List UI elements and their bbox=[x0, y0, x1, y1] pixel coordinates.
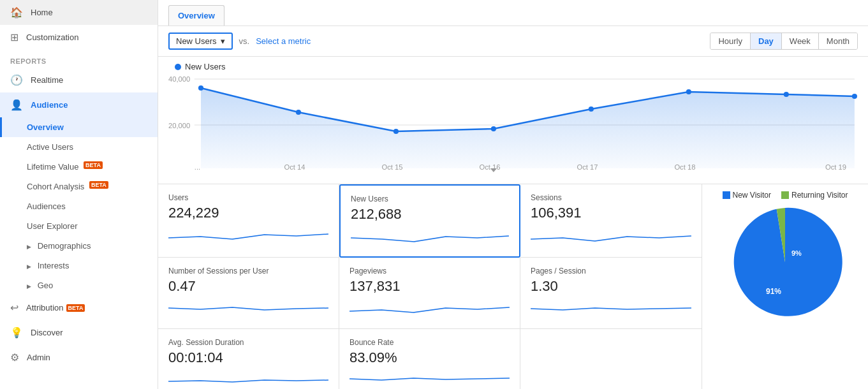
svg-text:...: ... bbox=[195, 163, 200, 171]
sidebar-item-realtime[interactable]: 🕐 Realtime bbox=[0, 68, 158, 92]
select-metric-link[interactable]: Select a metric bbox=[256, 36, 311, 46]
lifetime-value-badge: BETA bbox=[84, 161, 103, 169]
metric-card-pageviews[interactable]: Pageviews 137,831 bbox=[339, 258, 520, 329]
toolbar: New Users ▾ vs. Select a metric Hourly D… bbox=[158, 26, 868, 57]
sidebar-label-home: Home bbox=[31, 8, 53, 17]
sidebar-item-home[interactable]: 🏠 Home bbox=[0, 0, 158, 25]
new-visitor-label: New Visitor bbox=[733, 191, 771, 200]
metric-value-new-users: 212,688 bbox=[351, 206, 509, 223]
metric-value-pageviews: 137,831 bbox=[349, 278, 510, 295]
vs-label: vs. bbox=[239, 36, 250, 46]
attribution-badge: BETA bbox=[66, 304, 85, 312]
sidebar-sub-label-audiences: Audiences bbox=[27, 202, 66, 211]
cohort-badge: BETA bbox=[89, 181, 108, 189]
tab-overview[interactable]: Overview bbox=[168, 5, 224, 26]
pie-chart-area: New Visitor Returning Visitor 9% 91% bbox=[702, 184, 868, 389]
mini-chart-pages-per-session bbox=[531, 298, 691, 318]
svg-text:Oct 16: Oct 16 bbox=[479, 163, 500, 171]
sidebar-sub-item-interests[interactable]: Interests bbox=[0, 256, 158, 275]
svg-text:Oct 15: Oct 15 bbox=[381, 163, 402, 171]
svg-text:Oct 18: Oct 18 bbox=[674, 163, 695, 171]
grid-icon: ⊞ bbox=[10, 31, 18, 43]
mini-chart-avg-session-duration bbox=[168, 370, 328, 389]
metric-card-empty bbox=[520, 329, 702, 389]
sidebar-sub-label-lifetime-value: Lifetime Value bbox=[27, 162, 78, 172]
chart-dot-6 bbox=[784, 92, 789, 97]
svg-text:Oct 14: Oct 14 bbox=[284, 163, 305, 171]
reports-section-label: REPORTS bbox=[0, 50, 158, 68]
metric-dropdown-label: New Users bbox=[176, 36, 217, 46]
sidebar-label-audience: Audience bbox=[31, 100, 68, 110]
dropdown-chevron-icon: ▾ bbox=[221, 36, 225, 46]
metric-card-pages-per-session[interactable]: Pages / Session 1.30 bbox=[520, 258, 702, 329]
chart-dot-3 bbox=[491, 126, 496, 131]
sidebar-sub-item-lifetime-value[interactable]: Lifetime Value BETA bbox=[0, 157, 158, 177]
chart-dot-4 bbox=[589, 106, 594, 112]
sidebar-item-customization[interactable]: ⊞ Customization bbox=[0, 25, 158, 50]
pie-new-visitor-segment bbox=[734, 208, 842, 316]
sidebar-item-admin[interactable]: ⚙ Admin bbox=[0, 345, 158, 370]
time-btn-hourly[interactable]: Hourly bbox=[710, 33, 751, 49]
chart-dot-0 bbox=[198, 85, 203, 91]
chart-svg: 40,000 20,000 bbox=[168, 74, 858, 176]
sidebar-sub-label-overview: Overview bbox=[27, 122, 64, 132]
sidebar-item-audience[interactable]: 👤 Audience bbox=[0, 92, 158, 117]
metric-value-users: 224,229 bbox=[168, 205, 328, 221]
sidebar-label-customization: Customization bbox=[26, 33, 78, 42]
metric-value-avg-session-duration: 00:01:04 bbox=[168, 349, 328, 366]
time-btn-month[interactable]: Month bbox=[819, 33, 857, 49]
metric-card-sessions[interactable]: Sessions 106,391 bbox=[520, 184, 702, 258]
svg-text:Oct 19: Oct 19 bbox=[825, 163, 846, 171]
sidebar-item-discover[interactable]: 💡 Discover bbox=[0, 320, 158, 345]
metric-card-avg-session-duration[interactable]: Avg. Session Duration 00:01:04 bbox=[158, 329, 339, 389]
chart-dot-1 bbox=[296, 110, 301, 115]
pie-chart-svg: 9% 91% bbox=[728, 205, 842, 319]
sidebar-sub-item-user-explorer[interactable]: User Explorer bbox=[0, 216, 158, 236]
sidebar-sub-item-overview[interactable]: Overview bbox=[0, 117, 158, 137]
sidebar-sub-item-active-users[interactable]: Active Users bbox=[0, 137, 158, 157]
metric-label-users: Users bbox=[168, 193, 328, 202]
mini-chart-sessions-per-user bbox=[168, 298, 328, 318]
sidebar-sub-label-active-users: Active Users bbox=[27, 142, 73, 152]
chart-dot-2 bbox=[394, 129, 399, 134]
metric-label-bounce-rate: Bounce Rate bbox=[349, 338, 510, 347]
sidebar-sub-item-audiences[interactable]: Audiences bbox=[0, 196, 158, 216]
new-visitor-pct-label: 91% bbox=[766, 287, 781, 296]
chart-area-fill bbox=[201, 88, 855, 168]
svg-text:40,000: 40,000 bbox=[168, 75, 190, 83]
person-icon: 👤 bbox=[10, 99, 23, 111]
sidebar-item-attribution[interactable]: ↩ Attribution BETA bbox=[0, 295, 158, 320]
time-btn-day[interactable]: Day bbox=[751, 33, 782, 49]
mini-chart-sessions bbox=[531, 225, 691, 244]
discover-icon: 💡 bbox=[10, 327, 23, 339]
sidebar-label-discover: Discover bbox=[31, 328, 63, 337]
chart-legend: New Users bbox=[168, 57, 858, 74]
metric-card-users[interactable]: Users 224,229 bbox=[158, 184, 339, 258]
metric-label-avg-session-duration: Avg. Session Duration bbox=[168, 338, 328, 347]
pie-legend-returning-visitor: Returning Visitor bbox=[781, 191, 848, 200]
sidebar-sub-item-demographics[interactable]: Demographics bbox=[0, 236, 158, 256]
chart-dot-5 bbox=[686, 89, 691, 94]
sidebar: 🏠 Home ⊞ Customization REPORTS 🕐 Realtim… bbox=[0, 0, 158, 389]
sidebar-sub-label-cohort-analysis: Cohort Analysis bbox=[27, 182, 84, 191]
metric-card-bounce-rate[interactable]: Bounce Rate 83.09% bbox=[339, 329, 520, 389]
new-users-legend-dot bbox=[175, 64, 181, 70]
home-icon: 🏠 bbox=[10, 6, 23, 18]
metric-card-sessions-per-user[interactable]: Number of Sessions per User 0.47 bbox=[158, 258, 339, 329]
attribution-icon: ↩ bbox=[10, 302, 18, 314]
chart-dot-7 bbox=[852, 94, 857, 99]
metric-label-pages-per-session: Pages / Session bbox=[531, 267, 691, 275]
time-btn-week[interactable]: Week bbox=[782, 33, 819, 49]
metric-card-new-users[interactable]: New Users 212,688 bbox=[339, 184, 520, 258]
tab-bar: Overview bbox=[158, 0, 868, 26]
mini-chart-bounce-rate bbox=[349, 370, 510, 389]
sidebar-sub-item-geo[interactable]: Geo bbox=[0, 275, 158, 295]
metric-label-pageviews: Pageviews bbox=[349, 267, 510, 275]
metric-dropdown[interactable]: New Users ▾ bbox=[168, 33, 233, 50]
metric-label-new-users: New Users bbox=[351, 194, 509, 203]
clock-icon: 🕐 bbox=[10, 74, 23, 86]
sidebar-sub-item-cohort-analysis[interactable]: Cohort Analysis BETA bbox=[0, 177, 158, 196]
sidebar-sub-label-demographics: Demographics bbox=[38, 241, 91, 251]
mini-chart-pageviews bbox=[349, 298, 510, 318]
sidebar-sub-label-user-explorer: User Explorer bbox=[27, 221, 77, 231]
